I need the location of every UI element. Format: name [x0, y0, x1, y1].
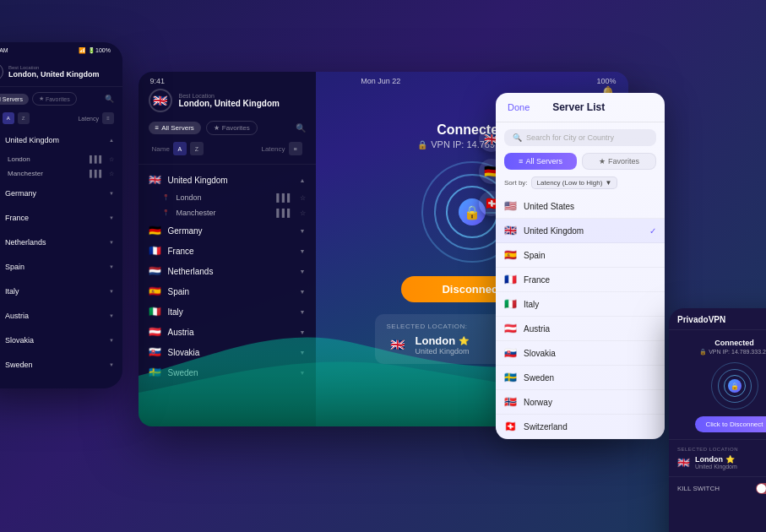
country-header-uk[interactable]: 🇬🇧 United Kingdom ▲ [139, 170, 316, 190]
phone-nl-header[interactable]: 🇳🇱 Netherlands ▼ [0, 230, 122, 254]
london-name: London [177, 193, 270, 202]
phone-search-btn[interactable]: 🔍 [105, 95, 114, 103]
panel-it[interactable]: 🇮🇹 Italy [496, 292, 665, 317]
latency-sort-label: Latency [261, 145, 285, 153]
phone-list-view[interactable]: ≡ [102, 112, 114, 124]
phone-sk-header[interactable]: 🇸🇰 Slovakia ▼ [0, 328, 122, 352]
panel-sort: Sort by: Latency (Low to High) ▼ [496, 176, 665, 194]
panel-no[interactable]: 🇳🇴 Norway [496, 390, 665, 415]
panel-se[interactable]: 🇸🇪 Sweden [496, 366, 665, 390]
city-london[interactable]: 📍 London ▌▌▌ ☆ [139, 190, 316, 205]
favorites-tab[interactable]: ★ Favorites [206, 121, 258, 135]
phone-es-header[interactable]: 🇪🇸 Spain ▼ [0, 254, 122, 279]
city-manchester[interactable]: 📍 Manchester ▌▌▌ ☆ [139, 205, 316, 220]
panel-tabs: ≡ All Servers ★ Favorites [496, 153, 665, 176]
panel-search-placeholder: Search for City or Country [526, 133, 614, 142]
selected-check-icon: ✓ [649, 226, 656, 236]
location-country: United Kingdom [416, 347, 470, 356]
panel-uk[interactable]: 🇬🇧 United Kingdom ✓ [496, 219, 665, 243]
phone-de-header[interactable]: 🇩🇪 Germany ▼ [0, 181, 122, 205]
all-servers-tab[interactable]: ≡ All Servers [149, 122, 201, 134]
phone-fr-header[interactable]: 🇫🇷 France ▼ [0, 205, 122, 230]
phone-right-sel-label: SELECTED LOCATION [677, 447, 766, 452]
phone-se-header[interactable]: 🇸🇪 Sweden ▼ [0, 352, 122, 377]
panel-ch[interactable]: 🇨🇭 Switzerland [496, 415, 665, 439]
name-sort-label: Name [152, 145, 170, 153]
sort-by-label: Sort by: [504, 179, 528, 187]
panel-fr[interactable]: 🇫🇷 France [496, 268, 665, 292]
phone-star-london[interactable]: ☆ [109, 156, 114, 163]
phone-at-header[interactable]: 🇦🇹 Austria ▼ [0, 303, 122, 328]
selected-location-label: SELECTED LOCATION: [387, 323, 470, 330]
phone-london-pin: 📍 [0, 156, 3, 163]
best-location-name-label: London, United Kingdom [179, 99, 280, 108]
manchester-pin: 📍 [162, 209, 170, 216]
phone-right-connected-section: Connected 🔒 VPN IP: 14.789.333.22 🔒 Clic… [669, 330, 766, 440]
panel-header: Done Server List [496, 93, 665, 122]
phone-right: PrivadoVPN ⚙ ✕ Connected 🔒 VPN IP: 14.78… [669, 308, 766, 532]
phone-right-title: PrivadoVPN [677, 315, 725, 324]
kill-switch-knob [757, 484, 766, 493]
phone-server-list: 🇬🇧 United Kingdom ▲ 📍 London ▌▌▌ ☆ 📍 Man… [0, 128, 122, 377]
phone-best-location[interactable]: 🇬🇧 Best Location London, United Kingdom [0, 57, 122, 87]
status-day: Mon Jun 22 [361, 77, 400, 85]
panel-at[interactable]: 🇦🇹 Austria [496, 317, 665, 341]
phone-right-disconnect-btn[interactable]: Click to Disconnect [695, 416, 766, 432]
phone-it-header[interactable]: 🇮🇹 Italy ▼ [0, 279, 122, 303]
panel-favorites-tab[interactable]: ★ Favorites [582, 153, 656, 170]
phone-right-conn-label: Connected [676, 339, 766, 347]
list-sort-btn[interactable]: ≡ [289, 142, 302, 155]
best-location-text: Best Location London, United Kingdom [179, 93, 280, 108]
kill-switch-toggle[interactable] [756, 483, 766, 494]
manchester-favorite[interactable]: ☆ [300, 209, 306, 217]
panel-us[interactable]: 🇺🇸 United States [496, 194, 665, 219]
best-location-flag: 🇬🇧 [149, 89, 172, 112]
panel-done-btn[interactable]: Done [508, 102, 530, 112]
uk-name: United Kingdom [168, 176, 293, 185]
phone-all-servers-btn[interactable]: ≡ All Servers [0, 94, 29, 105]
country-header-fr[interactable]: 🇫🇷 France ▼ [139, 241, 316, 261]
phone-london[interactable]: 📍 London ▌▌▌ ☆ [0, 152, 122, 166]
status-battery: 100% [596, 77, 616, 85]
filter-tabs: ≡ All Servers ★ Favorites 🔍 [149, 121, 306, 135]
phone-zz-sort[interactable]: Z [18, 112, 30, 124]
phone-best-flag: 🇬🇧 [0, 62, 3, 81]
phone-filter-row: ≡ All Servers ★ Favorites 🔍 [0, 87, 122, 111]
phone-right-ip: 🔒 VPN IP: 14.789.333.22 [676, 349, 766, 356]
phone-manchester[interactable]: 📍 Manchester ▌▌▌ ☆ [0, 166, 122, 181]
location-info: 🇬🇧 London ⭐ United Kingdom [387, 334, 470, 356]
panel-title: Server List [552, 101, 605, 113]
panel-country-list: 🇺🇸 United States 🇬🇧 United Kingdom ✓ 🇪🇸 … [496, 194, 665, 439]
phone-uk-header[interactable]: 🇬🇧 United Kingdom ▲ [0, 128, 122, 152]
phone-star-manchester[interactable]: ☆ [109, 171, 114, 177]
panel-sort-dropdown[interactable]: Latency (Low to High) ▼ [531, 176, 618, 189]
sidebar-search-icon[interactable]: 🔍 [296, 123, 306, 133]
phone-right-header: PrivadoVPN ⚙ ✕ [669, 308, 766, 330]
selected-location-info: SELECTED LOCATION: 🇬🇧 London ⭐ United Ki… [387, 323, 470, 356]
phone-best-text: Best Location London, United Kingdom [8, 65, 99, 79]
zz-sort-btn[interactable]: Z [190, 142, 204, 155]
country-header-de[interactable]: 🇩🇪 Germany ▼ [139, 220, 316, 241]
london-favorite[interactable]: ☆ [300, 194, 306, 202]
lock-icon: 🔒 [417, 140, 427, 149]
panel-sk[interactable]: 🇸🇰 Slovakia [496, 341, 665, 366]
phone-signal-manchester: ▌▌▌ [90, 170, 104, 177]
country-header-nl[interactable]: 🇳🇱 Netherlands ▼ [139, 261, 316, 281]
signal-bars-london: ▌▌▌ [276, 193, 292, 202]
manchester-name: Manchester [177, 209, 270, 217]
panel-search-bar[interactable]: 🔍 Search for City or Country [504, 129, 656, 146]
phone-time: 9:41 AM [0, 47, 8, 54]
panel-fav-icon: ★ [599, 157, 606, 166]
panel-all-servers-tab[interactable]: ≡ All Servers [504, 153, 577, 170]
london-pin: 📍 [162, 194, 170, 201]
phone-az-sort[interactable]: A [3, 112, 14, 124]
best-location[interactable]: 🇬🇧 Best Location London, United Kingdom [149, 89, 306, 112]
uk-chevron: ▲ [300, 177, 306, 183]
phone-favorites-btn[interactable]: ★ Favorites [32, 92, 77, 106]
phone-left: 9:41 AM 📶 🔋100% 🇬🇧 Best Location London,… [0, 42, 122, 388]
panel-es[interactable]: 🇪🇸 Spain [496, 243, 665, 268]
phone-right-loc-flag: 🇬🇧 [677, 457, 690, 469]
location-star: ⭐ [459, 336, 469, 345]
uk-city-list: 📍 London ▌▌▌ ☆ 📍 Manchester ▌▌▌ ☆ [139, 190, 316, 220]
az-sort-btn[interactable]: A [173, 142, 187, 155]
